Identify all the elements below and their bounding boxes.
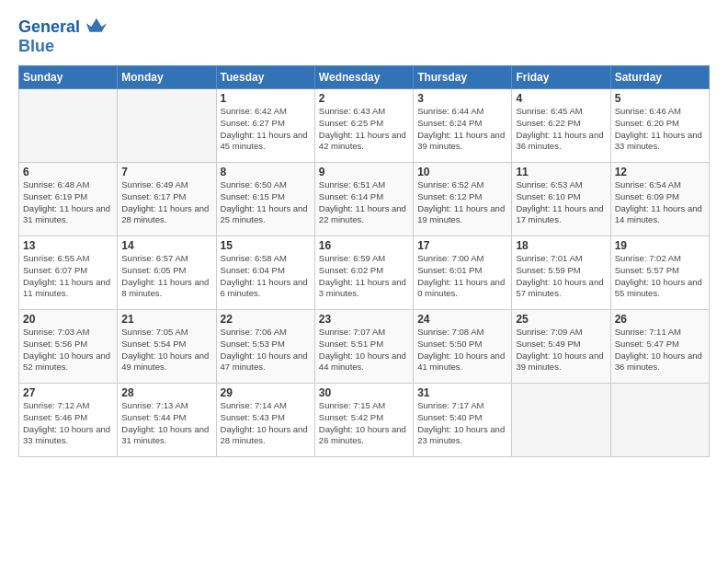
day-info: Sunrise: 7:17 AMSunset: 5:40 PMDaylight:…: [417, 400, 507, 447]
day-number: 14: [121, 239, 211, 252]
calendar-cell: 9Sunrise: 6:51 AMSunset: 6:14 PMDaylight…: [314, 163, 413, 236]
calendar-cell: 4Sunrise: 6:45 AMSunset: 6:22 PMDaylight…: [512, 89, 610, 163]
weekday-header-wednesday: Wednesday: [314, 66, 413, 89]
calendar-cell: 17Sunrise: 7:00 AMSunset: 6:01 PMDayligh…: [414, 236, 512, 310]
day-info: Sunrise: 7:15 AMSunset: 5:42 PMDaylight:…: [319, 400, 409, 447]
calendar-table: SundayMondayTuesdayWednesdayThursdayFrid…: [18, 65, 710, 457]
day-info: Sunrise: 7:08 AMSunset: 5:50 PMDaylight:…: [417, 327, 507, 373]
day-number: 6: [23, 166, 113, 178]
day-number: 13: [23, 239, 113, 252]
day-number: 20: [23, 313, 113, 326]
day-number: 31: [417, 386, 507, 399]
day-info: Sunrise: 7:09 AMSunset: 5:49 PMDaylight:…: [516, 327, 606, 373]
calendar-cell: 1Sunrise: 6:42 AMSunset: 6:27 PMDaylight…: [216, 89, 314, 163]
day-number: 22: [221, 313, 311, 326]
day-info: Sunrise: 6:55 AMSunset: 6:07 PMDaylight:…: [23, 253, 113, 300]
day-number: 11: [516, 166, 606, 178]
calendar-cell: 3Sunrise: 6:44 AMSunset: 6:24 PMDaylight…: [414, 89, 512, 163]
day-number: 27: [23, 386, 113, 399]
logo: General Blue: [18, 15, 108, 56]
calendar-cell: 16Sunrise: 6:59 AMSunset: 6:02 PMDayligh…: [314, 236, 413, 310]
day-info: Sunrise: 6:48 AMSunset: 6:19 PMDaylight:…: [23, 179, 113, 226]
calendar-cell: 10Sunrise: 6:52 AMSunset: 6:12 PMDayligh…: [414, 163, 512, 236]
week-row-0: 1Sunrise: 6:42 AMSunset: 6:27 PMDaylight…: [19, 89, 710, 163]
day-number: 5: [615, 92, 705, 105]
day-info: Sunrise: 6:59 AMSunset: 6:02 PMDaylight:…: [319, 253, 409, 300]
calendar-cell: 29Sunrise: 7:14 AMSunset: 5:43 PMDayligh…: [216, 384, 314, 457]
day-info: Sunrise: 7:11 AMSunset: 5:47 PMDaylight:…: [615, 327, 705, 373]
calendar-cell: 8Sunrise: 6:50 AMSunset: 6:15 PMDaylight…: [216, 163, 314, 236]
day-info: Sunrise: 7:13 AMSunset: 5:44 PMDaylight:…: [121, 400, 211, 447]
calendar-cell: 20Sunrise: 7:03 AMSunset: 5:56 PMDayligh…: [19, 310, 118, 384]
day-number: 19: [615, 239, 705, 252]
calendar-cell: 23Sunrise: 7:07 AMSunset: 5:51 PMDayligh…: [314, 310, 413, 384]
calendar-cell: 14Sunrise: 6:57 AMSunset: 6:05 PMDayligh…: [118, 236, 216, 310]
day-info: Sunrise: 7:01 AMSunset: 5:59 PMDaylight:…: [516, 253, 606, 300]
calendar-cell: 19Sunrise: 7:02 AMSunset: 5:57 PMDayligh…: [610, 236, 709, 310]
day-number: 12: [615, 166, 705, 178]
day-number: 2: [319, 92, 409, 105]
calendar-cell: 21Sunrise: 7:05 AMSunset: 5:54 PMDayligh…: [118, 310, 216, 384]
day-number: 17: [417, 239, 507, 252]
week-row-2: 13Sunrise: 6:55 AMSunset: 6:07 PMDayligh…: [19, 236, 710, 310]
calendar-cell: 12Sunrise: 6:54 AMSunset: 6:09 PMDayligh…: [610, 163, 709, 236]
day-number: 15: [221, 239, 311, 252]
calendar-cell: [118, 89, 216, 163]
weekday-header-thursday: Thursday: [414, 66, 512, 89]
day-number: 28: [121, 386, 211, 399]
day-number: 25: [516, 313, 606, 326]
svg-marker-0: [86, 18, 107, 32]
day-info: Sunrise: 6:51 AMSunset: 6:14 PMDaylight:…: [319, 179, 409, 226]
day-info: Sunrise: 7:06 AMSunset: 5:53 PMDaylight:…: [221, 327, 311, 373]
page-header: General Blue: [18, 15, 710, 56]
day-info: Sunrise: 7:07 AMSunset: 5:51 PMDaylight:…: [319, 327, 409, 373]
weekday-header-row: SundayMondayTuesdayWednesdayThursdayFrid…: [19, 66, 710, 89]
weekday-header-sunday: Sunday: [19, 66, 118, 89]
day-info: Sunrise: 7:05 AMSunset: 5:54 PMDaylight:…: [121, 327, 211, 373]
weekday-header-tuesday: Tuesday: [216, 66, 314, 89]
day-info: Sunrise: 6:43 AMSunset: 6:25 PMDaylight:…: [319, 106, 409, 153]
day-info: Sunrise: 6:50 AMSunset: 6:15 PMDaylight:…: [221, 179, 311, 226]
day-number: 23: [319, 313, 409, 326]
day-info: Sunrise: 7:00 AMSunset: 6:01 PMDaylight:…: [417, 253, 507, 300]
day-info: Sunrise: 6:58 AMSunset: 6:04 PMDaylight:…: [221, 253, 311, 300]
day-number: 16: [319, 239, 409, 252]
day-info: Sunrise: 7:03 AMSunset: 5:56 PMDaylight:…: [23, 327, 113, 373]
week-row-3: 20Sunrise: 7:03 AMSunset: 5:56 PMDayligh…: [19, 310, 710, 384]
calendar-cell: [610, 384, 709, 457]
calendar-cell: 30Sunrise: 7:15 AMSunset: 5:42 PMDayligh…: [314, 384, 413, 457]
day-number: 29: [221, 386, 311, 399]
day-number: 30: [319, 386, 409, 399]
weekday-header-friday: Friday: [512, 66, 610, 89]
day-info: Sunrise: 6:45 AMSunset: 6:22 PMDaylight:…: [516, 106, 606, 153]
week-row-1: 6Sunrise: 6:48 AMSunset: 6:19 PMDaylight…: [19, 163, 710, 236]
calendar-cell: 26Sunrise: 7:11 AMSunset: 5:47 PMDayligh…: [610, 310, 709, 384]
calendar-cell: 13Sunrise: 6:55 AMSunset: 6:07 PMDayligh…: [19, 236, 118, 310]
day-number: 26: [615, 313, 705, 326]
day-info: Sunrise: 7:14 AMSunset: 5:43 PMDaylight:…: [221, 400, 311, 447]
day-number: 10: [417, 166, 507, 178]
day-number: 1: [221, 92, 311, 105]
day-info: Sunrise: 6:46 AMSunset: 6:20 PMDaylight:…: [615, 106, 705, 153]
day-info: Sunrise: 6:42 AMSunset: 6:27 PMDaylight:…: [221, 106, 311, 153]
day-number: 4: [516, 92, 606, 105]
day-number: 24: [417, 313, 507, 326]
day-info: Sunrise: 7:12 AMSunset: 5:46 PMDaylight:…: [23, 400, 113, 447]
calendar-cell: 28Sunrise: 7:13 AMSunset: 5:44 PMDayligh…: [118, 384, 216, 457]
calendar-cell: 2Sunrise: 6:43 AMSunset: 6:25 PMDaylight…: [314, 89, 413, 163]
calendar-cell: 22Sunrise: 7:06 AMSunset: 5:53 PMDayligh…: [216, 310, 314, 384]
calendar-cell: [19, 89, 118, 163]
logo-icon: [83, 15, 108, 40]
day-info: Sunrise: 6:54 AMSunset: 6:09 PMDaylight:…: [615, 179, 705, 226]
calendar-cell: 7Sunrise: 6:49 AMSunset: 6:17 PMDaylight…: [118, 163, 216, 236]
calendar-cell: 25Sunrise: 7:09 AMSunset: 5:49 PMDayligh…: [512, 310, 610, 384]
day-number: 21: [121, 313, 211, 326]
weekday-header-saturday: Saturday: [610, 66, 709, 89]
calendar-cell: [512, 384, 610, 457]
week-row-4: 27Sunrise: 7:12 AMSunset: 5:46 PMDayligh…: [19, 384, 710, 457]
day-info: Sunrise: 6:52 AMSunset: 6:12 PMDaylight:…: [417, 179, 507, 226]
day-info: Sunrise: 6:49 AMSunset: 6:17 PMDaylight:…: [121, 179, 211, 226]
calendar-cell: 15Sunrise: 6:58 AMSunset: 6:04 PMDayligh…: [216, 236, 314, 310]
calendar-cell: 31Sunrise: 7:17 AMSunset: 5:40 PMDayligh…: [414, 384, 512, 457]
day-info: Sunrise: 6:57 AMSunset: 6:05 PMDaylight:…: [121, 253, 211, 300]
